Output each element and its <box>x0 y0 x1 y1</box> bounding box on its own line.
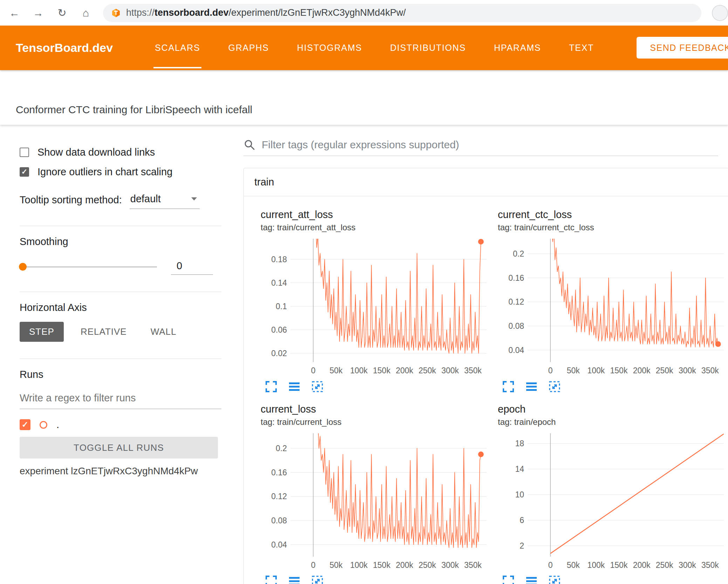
avatar[interactable] <box>712 5 728 21</box>
svg-text:150k: 150k <box>610 366 628 375</box>
reload-icon[interactable]: ↻ <box>55 7 69 19</box>
svg-text:300k: 300k <box>679 561 696 570</box>
horizontal-axis-buttons: STEP RELATIVE WALL <box>20 322 221 342</box>
step-button[interactable]: STEP <box>20 322 64 342</box>
wall-button[interactable]: WALL <box>144 322 184 342</box>
svg-text:0.14: 0.14 <box>271 278 287 287</box>
fit-domain-icon[interactable] <box>548 380 561 393</box>
svg-text:200k: 200k <box>633 366 651 375</box>
fit-domain-icon[interactable] <box>311 380 324 393</box>
svg-text:200k: 200k <box>396 366 413 375</box>
show-download-checkbox[interactable] <box>20 148 29 157</box>
svg-text:300k: 300k <box>441 561 459 570</box>
filter-tags-input[interactable] <box>262 139 718 151</box>
chart-toolbar <box>261 575 490 584</box>
show-download-label: Show data download links <box>37 147 155 158</box>
fit-domain-icon[interactable] <box>548 575 561 584</box>
svg-text:0: 0 <box>548 561 553 570</box>
tooltip-sorting-dropdown[interactable]: default <box>130 191 200 209</box>
svg-text:0.04: 0.04 <box>508 346 524 355</box>
chart-current-att-loss: current_att_loss tag: train/current_att_… <box>261 209 490 393</box>
chart-canvas[interactable]: 0.040.080.120.160.2050k100k150k200k250k3… <box>498 235 727 376</box>
svg-text:0.1: 0.1 <box>276 302 287 311</box>
chevron-down-icon <box>191 197 197 201</box>
svg-text:6: 6 <box>520 516 524 525</box>
toggle-all-runs-button[interactable]: TOGGLE ALL RUNS <box>20 437 218 459</box>
chart-tag: tag: train/current_att_loss <box>261 223 490 232</box>
ignore-outliers-row: ✓ Ignore outliers in chart scaling <box>20 162 221 182</box>
tooltip-sorting-label: Tooltip sorting method: <box>20 194 122 206</box>
ignore-outliers-checkbox[interactable]: ✓ <box>20 167 29 177</box>
svg-text:2: 2 <box>520 541 524 550</box>
experiment-id-label: experiment lzGnETjwRxC3yghNMd4kPw <box>20 466 221 477</box>
smoothing-slider[interactable] <box>20 263 157 271</box>
run-checkbox[interactable]: ✓ <box>20 419 30 430</box>
runs-label: Runs <box>20 369 221 380</box>
chart-tag: tag: train/current_loss <box>261 417 490 427</box>
home-icon[interactable]: ⌂ <box>79 7 92 19</box>
runs-filter-input[interactable] <box>20 389 221 409</box>
forward-icon[interactable]: → <box>32 7 45 19</box>
svg-text:0.16: 0.16 <box>508 273 524 283</box>
svg-text:14: 14 <box>515 464 524 474</box>
smoothing-value-input[interactable] <box>171 259 213 275</box>
svg-text:150k: 150k <box>610 561 628 570</box>
tab-histograms[interactable]: HISTOGRAMS <box>283 26 376 70</box>
chart-toolbar <box>261 380 490 393</box>
train-card-header[interactable]: train <box>244 168 728 196</box>
show-download-row: Show data download links <box>20 142 221 162</box>
tooltip-sorting-row: Tooltip sorting method: default <box>20 191 221 209</box>
tab-graphs[interactable]: GRAPHS <box>214 26 283 70</box>
tab-hparams[interactable]: HPARAMS <box>480 26 555 70</box>
expand-chart-icon[interactable] <box>265 380 277 393</box>
svg-text:100k: 100k <box>587 366 605 375</box>
data-table-icon[interactable] <box>525 575 538 584</box>
sidebar-divider <box>20 226 221 226</box>
svg-text:0.08: 0.08 <box>508 321 524 331</box>
svg-text:350k: 350k <box>701 366 719 375</box>
page-body: Show data download links ✓ Ignore outlie… <box>0 125 728 584</box>
nav-tabs: SCALARS GRAPHS HISTOGRAMS DISTRIBUTIONS … <box>141 26 608 70</box>
svg-text:0: 0 <box>311 561 316 570</box>
expand-chart-icon[interactable] <box>502 575 515 584</box>
url-bar[interactable]: https://tensorboard.dev/experiment/lzGnE… <box>103 4 701 22</box>
svg-text:350k: 350k <box>701 561 719 570</box>
tab-scalars[interactable]: SCALARS <box>141 26 214 70</box>
data-table-icon[interactable] <box>525 380 538 393</box>
send-feedback-button[interactable]: SEND FEEDBACK <box>637 37 728 59</box>
chart-toolbar <box>498 575 727 584</box>
svg-text:18: 18 <box>515 439 524 448</box>
svg-text:350k: 350k <box>464 561 482 570</box>
fit-domain-icon[interactable] <box>311 575 324 584</box>
tensorboard-favicon <box>111 8 121 18</box>
svg-text:50k: 50k <box>567 366 580 375</box>
chart-canvas[interactable]: 0.020.060.10.140.18050k100k150k200k250k3… <box>261 235 490 376</box>
slider-thumb[interactable] <box>19 263 27 271</box>
data-table-icon[interactable] <box>288 575 301 584</box>
sidebar-divider <box>20 292 221 292</box>
chart-canvas[interactable]: 26101418050k100k150k200k250k300k350k <box>498 430 727 571</box>
search-icon <box>243 139 255 151</box>
svg-text:0.18: 0.18 <box>271 255 287 264</box>
svg-text:50k: 50k <box>330 561 343 570</box>
data-table-icon[interactable] <box>288 380 301 393</box>
expand-chart-icon[interactable] <box>265 575 277 584</box>
brand: TensorBoard.dev <box>16 41 113 55</box>
svg-text:10: 10 <box>515 490 524 499</box>
chart-canvas[interactable]: 0.040.080.120.160.2050k100k150k200k250k3… <box>261 430 490 571</box>
svg-text:0.06: 0.06 <box>271 325 287 334</box>
relative-button[interactable]: RELATIVE <box>74 322 134 342</box>
horizontal-axis-label: Horizontal Axis <box>20 302 221 313</box>
app-header: TensorBoard.dev SCALARS GRAPHS HISTOGRAM… <box>0 26 728 70</box>
expand-chart-icon[interactable] <box>502 380 515 393</box>
svg-text:200k: 200k <box>633 561 651 570</box>
svg-text:300k: 300k <box>679 366 696 375</box>
svg-text:200k: 200k <box>396 561 413 570</box>
chart-title: epoch <box>498 403 727 415</box>
back-icon[interactable]: ← <box>8 7 21 19</box>
svg-text:250k: 250k <box>419 366 436 375</box>
tab-text[interactable]: TEXT <box>555 26 608 70</box>
tab-distributions[interactable]: DISTRIBUTIONS <box>376 26 480 70</box>
run-name: . <box>56 419 59 430</box>
svg-text:0.04: 0.04 <box>271 540 287 549</box>
